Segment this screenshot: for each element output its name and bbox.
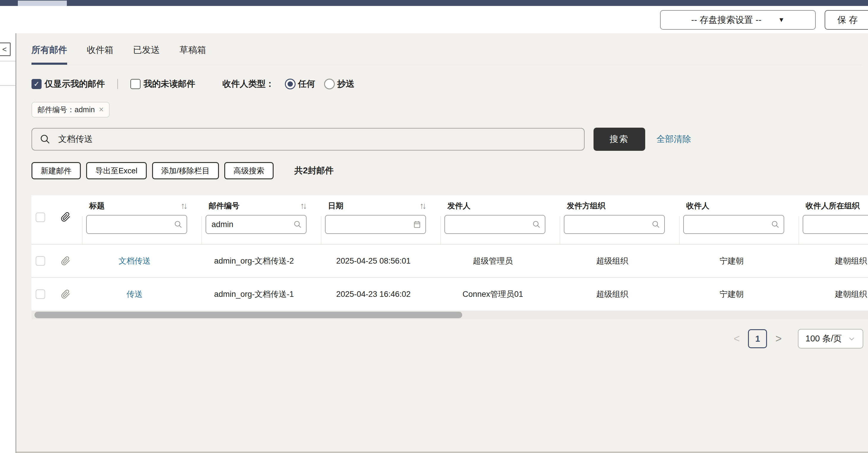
search-button[interactable]: 搜索 — [593, 128, 645, 151]
only-my-mail-checkbox[interactable]: ✓ — [31, 79, 41, 89]
app-header: -- 存盘搜索设置 -- ▼ 保 存 — [0, 6, 868, 33]
top-bar-highlight-segment — [18, 1, 67, 6]
title-filter-input[interactable] — [87, 216, 187, 233]
quick-filter-row: ✓ 仅显示我的邮件 我的未读邮件 收件人类型： 任何 抄送 — [31, 78, 868, 90]
recipient-type-cc-radio[interactable] — [324, 79, 335, 89]
mail-table: 标题 ↑↓ 邮件编号 ↑↓ — [31, 195, 868, 319]
sender-org-cell: 超级组织 — [560, 278, 679, 311]
mailbox-tabs: 所有邮件 收件箱 已发送 草稿箱 — [31, 44, 862, 65]
recipient-type-cc-label: 抄送 — [337, 78, 354, 90]
mail-number-filter-chip[interactable]: 邮件编号： admin × — [31, 102, 110, 118]
column-header-recipient-org: 收件人所在组织 — [799, 199, 868, 234]
mail-no-filter-input[interactable] — [206, 216, 306, 233]
sidebar-divider — [0, 61, 16, 61]
select-all-cell — [31, 199, 49, 234]
sidebar-divider — [0, 85, 16, 86]
chip-remove-icon[interactable]: × — [99, 105, 104, 114]
sort-icons[interactable]: ↑↓ — [420, 201, 425, 211]
recipient-filter-input[interactable] — [684, 216, 784, 233]
current-page-button[interactable]: 1 — [748, 329, 767, 348]
tab-sent[interactable]: 已发送 — [133, 44, 160, 65]
sidebar-collapse-button[interactable]: < — [0, 42, 11, 56]
tab-inbox[interactable]: 收件箱 — [87, 44, 114, 65]
recipient-org-cell: 建朝组织 — [799, 278, 868, 311]
next-page-icon[interactable]: > — [775, 332, 781, 345]
result-count: 共2封邮件 — [294, 165, 334, 176]
tab-all-mail[interactable]: 所有邮件 — [31, 44, 67, 65]
search-icon — [532, 220, 540, 229]
new-mail-button[interactable]: 新建邮件 — [31, 162, 81, 179]
title-filter — [86, 215, 187, 234]
column-header-title: 标题 ↑↓ — [82, 199, 202, 234]
scrollbar-thumb[interactable] — [34, 312, 462, 318]
my-unread-checkbox[interactable] — [130, 79, 141, 89]
search-icon — [652, 220, 660, 229]
main-area: < 所有邮件 收件箱 已发送 草稿箱 ✓ 仅显示我的邮件 我的未读邮件 收件人类… — [0, 33, 868, 453]
clear-all-link[interactable]: 全部清除 — [656, 133, 691, 145]
content-panel: 所有邮件 收件箱 已发送 草稿箱 ✓ 仅显示我的邮件 我的未读邮件 收件人类型：… — [16, 33, 868, 453]
table-row[interactable]: 文档传送 admin_org-文档传送-2 2025-04-25 08:56:0… — [31, 244, 868, 277]
active-filter-chips: 邮件编号： admin × — [31, 102, 868, 118]
tab-drafts[interactable]: 草稿箱 — [179, 44, 206, 65]
mail-title-link[interactable]: 传送 — [127, 289, 143, 299]
save-button[interactable]: 保 存 — [825, 10, 868, 30]
search-icon — [771, 220, 779, 229]
table-row[interactable]: 传送 admin_org-文档传送-1 2025-04-23 16:46:02 … — [31, 277, 868, 311]
column-label-title: 标题 — [89, 201, 104, 211]
recipient-org-cell: 建朝组织 — [799, 245, 868, 277]
header-padding — [31, 234, 868, 244]
column-header-date: 日期 ↑↓ — [321, 199, 440, 234]
column-header-sender-org: 发件方组织 — [560, 199, 679, 234]
prev-page-icon[interactable]: < — [734, 332, 740, 345]
my-unread-label: 我的未读邮件 — [144, 78, 195, 90]
sort-icons[interactable]: ↑↓ — [300, 201, 305, 211]
column-label-recipient: 收件人 — [686, 201, 709, 211]
page-size-select[interactable]: 100 条/页 — [798, 329, 864, 349]
select-all-checkbox[interactable] — [36, 213, 45, 222]
mail-title-link[interactable]: 文档传送 — [119, 256, 151, 266]
mail-no-cell: admin_org-文档传送-1 — [202, 278, 321, 311]
saved-search-settings-dropdown[interactable]: -- 存盘搜索设置 -- ▼ — [660, 10, 816, 30]
chip-label: 邮件编号： — [37, 105, 74, 115]
vertical-divider — [117, 79, 118, 89]
actions-row: 新建邮件 导出至Excel 添加/移除栏目 高级搜索 共2封邮件 — [31, 162, 868, 179]
email-search-page: -- 存盘搜索设置 -- ▼ 保 存 < 所有邮件 收件箱 已发送 草稿箱 — [0, 0, 868, 453]
search-icon — [174, 220, 182, 229]
recipient-cell: 宁建朝 — [679, 278, 799, 311]
sender-cell: 超级管理员 — [440, 245, 560, 277]
search-row: 搜索 全部清除 — [31, 128, 868, 151]
recipient-type-label: 收件人类型： — [222, 78, 274, 90]
recipient-type-any-radio[interactable] — [285, 79, 296, 89]
column-label-mail-no: 邮件编号 — [209, 201, 240, 211]
date-cell: 2025-04-25 08:56:01 — [321, 245, 440, 277]
horizontal-scrollbar[interactable] — [31, 311, 868, 319]
page-bottom-edge — [16, 452, 868, 453]
sort-icons[interactable]: ↑↓ — [181, 201, 186, 211]
add-remove-columns-button[interactable]: 添加/移除栏目 — [152, 162, 219, 179]
column-label-recipient-org: 收件人所在组织 — [806, 201, 860, 211]
sender-org-filter-input[interactable] — [564, 216, 664, 233]
recipient-org-filter-input[interactable] — [803, 216, 868, 233]
column-label-sender-org: 发件方组织 — [567, 201, 606, 211]
row-checkbox[interactable] — [36, 289, 45, 299]
attachment-column-header — [49, 199, 82, 234]
sender-filter — [444, 215, 546, 234]
top-navy-bar — [0, 0, 868, 6]
save-button-label: 保 存 — [837, 14, 858, 26]
date-filter-input[interactable] — [326, 216, 425, 233]
sender-filter-input[interactable] — [445, 216, 545, 233]
recipient-cell: 宁建朝 — [679, 245, 799, 277]
collapsed-sidebar: < — [0, 33, 16, 453]
chevron-down-icon — [848, 335, 856, 343]
search-box — [31, 128, 585, 151]
search-icon — [293, 220, 302, 229]
chip-value: admin — [74, 105, 95, 114]
row-checkbox[interactable] — [36, 256, 45, 266]
search-input[interactable] — [58, 134, 584, 144]
sender-cell: Connex管理员01 — [440, 278, 560, 311]
export-excel-button[interactable]: 导出至Excel — [86, 162, 147, 179]
column-label-sender: 发件人 — [447, 201, 470, 211]
date-cell: 2025-04-23 16:46:02 — [321, 278, 440, 311]
advanced-search-button[interactable]: 高级搜索 — [224, 162, 274, 179]
recipient-type-any-label: 任何 — [298, 78, 315, 90]
